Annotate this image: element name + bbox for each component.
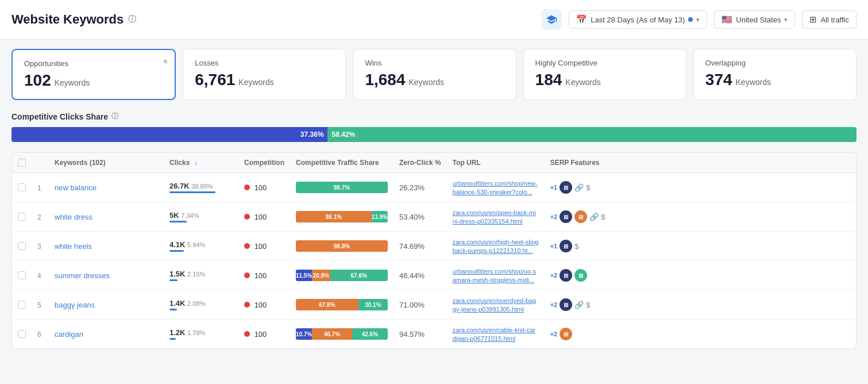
traffic-segment: 42.6% (352, 328, 388, 340)
metric-card-overlapping[interactable]: Overlapping 374 Keywords (693, 49, 857, 100)
competition-dot (244, 243, 250, 249)
clicks-percent: 5.94% (187, 241, 205, 248)
date-range-selector[interactable]: 📅 Last 28 Days (As of May 13) ▾ (569, 10, 707, 29)
table-row: 6 cardigan 1.2K 1.78% 100 10.7%46.7%42.6… (12, 320, 856, 349)
academy-badge[interactable] (541, 9, 562, 30)
traffic-bar: 10.7%46.7%42.6% (296, 328, 388, 340)
serp-feature-icon: ⊞ (560, 240, 572, 252)
clicks-container: 5K 7.34% (169, 211, 233, 222)
row-checkbox[interactable] (18, 242, 26, 250)
row-zero-click-cell: 94.57% (394, 320, 447, 349)
table-row: 3 white heels 4.1K 5.94% 100 98.8% 74.69… (12, 232, 856, 261)
row-checkbox[interactable] (18, 213, 26, 221)
traffic-bar: 98.8% (296, 240, 388, 252)
competition-dot (244, 302, 250, 308)
clicks-value: 1.5K (169, 270, 185, 278)
clicks-percent: 2.15% (187, 271, 205, 278)
row-traffic-cell: 67.8%30.1% (290, 290, 394, 320)
row-traffic-cell: 10.7%46.7%42.6% (290, 320, 394, 349)
row-checkbox[interactable] (18, 183, 26, 191)
keyword-link[interactable]: white heels (55, 242, 92, 251)
card-label-opportunities: Opportunities (24, 59, 163, 68)
card-number-wins: 1,684 (365, 71, 405, 89)
row-zero-click-cell: 74.69% (394, 232, 447, 261)
row-serp-cell: +2 ⊞ 🔗 $ (545, 290, 856, 320)
traffic-segment: 98.7% (296, 182, 388, 193)
clicks-percent: 7.34% (181, 212, 199, 219)
row-checkbox[interactable] (18, 301, 26, 309)
row-url-cell: zara.com/us/en/cable-knit-cardigan-p0677… (447, 320, 545, 349)
competition-value: 100 (254, 330, 267, 339)
row-checkbox[interactable] (18, 271, 26, 279)
top-url-link[interactable]: urbanoutfitters.com/shop/uo-samara-mesh-… (453, 268, 537, 283)
row-clicks-cell: 26.7K 38.86% (164, 173, 238, 202)
metric-card-wins[interactable]: Wins 1,684 Keywords (353, 49, 516, 100)
competition-dot (244, 272, 250, 278)
card-unit-overlapping: Keywords (736, 78, 771, 87)
metric-cards-container: Opportunities × 102 Keywords Losses 6,76… (11, 49, 857, 100)
clicks-value: 26.7K (169, 182, 190, 190)
top-url-link[interactable]: urbanoutfitters.com/shop/new-balance-530… (453, 180, 538, 195)
traffic-segment: 20.9% (312, 270, 330, 281)
row-clicks-cell: 4.1K 5.94% (164, 232, 238, 261)
title-info-icon[interactable]: ⓘ (128, 14, 136, 25)
row-checkbox[interactable] (18, 330, 26, 338)
serp-features-container: +2 ⊞ 🔗 $ (550, 298, 850, 311)
serp-plus-badge: +1 (550, 243, 558, 249)
th-clicks[interactable]: Clicks ↓ (164, 153, 238, 173)
row-url-cell: urbanoutfitters.com/shop/new-balance-530… (447, 173, 545, 202)
row-keyword-cell: summer dresses (49, 261, 164, 290)
serp-features-container: +2 ⊞⊞ (550, 269, 850, 282)
row-zero-click-cell: 53.40% (394, 202, 447, 232)
keyword-link[interactable]: white dress (55, 213, 92, 221)
row-check-cell (12, 261, 32, 290)
card-number-overlapping: 374 (705, 71, 732, 89)
traffic-bar: 11.5%20.9%67.6% (296, 270, 388, 281)
serp-features-container: +2 ⊞ (550, 328, 850, 340)
th-keywords-label: Keywords (102) (55, 159, 106, 167)
zero-click-value: 46.44% (399, 271, 425, 280)
row-url-cell: zara.com/us/en/high-heel-slingback-pumps… (447, 232, 545, 261)
traffic-segment: 46.7% (312, 328, 352, 340)
keyword-link[interactable]: summer dresses (55, 271, 110, 280)
keyword-link[interactable]: new balance (55, 183, 97, 192)
traffic-bar: 67.8%30.1% (296, 299, 388, 310)
competition-value: 100 (254, 301, 267, 309)
top-url-link[interactable]: zara.com/us/en/open-back-mini-dress-p023… (453, 209, 536, 225)
row-number: 4 (37, 272, 41, 280)
card-label-losses: Losses (195, 59, 334, 67)
serp-link-icon: 🔗 (574, 183, 584, 192)
th-top-url-label: Top URL (453, 159, 481, 167)
keyword-link[interactable]: cardigan (55, 330, 83, 339)
traffic-selector[interactable]: ⊞ All traffic (802, 10, 857, 29)
date-range-label: Last 28 Days (As of May 13) (591, 16, 685, 24)
row-competition-cell: 100 (238, 202, 290, 232)
zero-click-value: 53.40% (399, 213, 425, 221)
zero-click-value: 74.69% (399, 242, 425, 251)
clicks-container: 4.1K 5.94% (169, 240, 233, 252)
table-header: Keywords (102) Clicks ↓ Competition Comp… (12, 153, 856, 173)
country-selector[interactable]: 🇺🇸 United States ▾ (714, 10, 795, 29)
metric-card-losses[interactable]: Losses 6,761 Keywords (183, 49, 346, 100)
serp-dollar-icon: $ (574, 242, 578, 251)
clicks-sort-icon: ↓ (194, 159, 198, 167)
row-zero-click-cell: 71.00% (394, 290, 447, 320)
keyword-link[interactable]: baggy jeans (55, 301, 95, 309)
row-check-cell (12, 173, 32, 202)
page-title-container: Website Keywords ⓘ (11, 12, 136, 27)
metric-card-highly-competitive[interactable]: Highly Competitive 184 Keywords (523, 49, 686, 100)
progress-info-icon[interactable]: ⓘ (111, 112, 118, 121)
row-url-cell: urbanoutfitters.com/shop/uo-samara-mesh-… (447, 261, 545, 290)
top-url-link[interactable]: zara.com/us/en/high-heel-slingback-pumps… (453, 239, 539, 254)
row-competition-cell: 100 (238, 320, 290, 349)
traffic-bar: 86.1%11.9% (296, 211, 388, 222)
top-url-link[interactable]: zara.com/us/en/overdyed-baggy-jeans-p039… (453, 297, 537, 313)
row-number: 2 (37, 213, 41, 221)
row-keyword-cell: cardigan (49, 320, 164, 349)
traffic-segment: 98.8% (296, 240, 388, 252)
top-url-link[interactable]: zara.com/us/en/cable-knit-cardigan-p0677… (453, 327, 535, 342)
card-close-opportunities[interactable]: × (163, 57, 168, 66)
zero-click-value: 71.00% (399, 301, 425, 309)
metric-card-opportunities[interactable]: Opportunities × 102 Keywords (11, 49, 176, 100)
select-all-checkbox[interactable] (18, 159, 26, 167)
